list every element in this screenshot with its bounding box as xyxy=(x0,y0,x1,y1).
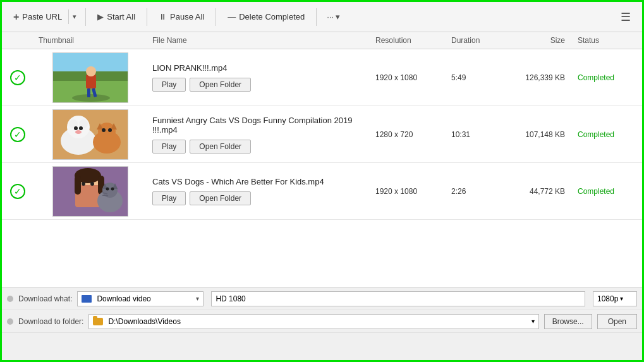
row-2-actions: Play Open Folder xyxy=(152,140,365,154)
row-3-check: ✓ xyxy=(2,181,33,202)
svg-point-35 xyxy=(111,187,114,190)
start-all-label: Start All xyxy=(107,12,135,21)
download-to-label: Download to folder: xyxy=(18,317,83,326)
row-3-resolution: 1920 x 1080 xyxy=(370,187,446,196)
svg-point-15 xyxy=(75,130,82,134)
divider-3 xyxy=(216,8,216,26)
svg-line-37 xyxy=(102,195,108,196)
header-duration: Duration xyxy=(446,36,509,45)
download-what-label: Download what: xyxy=(18,294,72,303)
row-3-actions: Play Open Folder xyxy=(152,191,365,205)
download-what-select[interactable]: Download video ▾ xyxy=(77,291,204,306)
row-3-filename: Cats VS Dogs - Which Are Better For Kids… xyxy=(152,177,365,186)
open-button[interactable]: Open xyxy=(597,314,637,329)
download-what-row: Download what: Download video ▾ HD 1080 … xyxy=(2,287,642,310)
check-circle-2: ✓ xyxy=(10,127,25,142)
row-1-open-folder-button[interactable]: Open Folder xyxy=(190,78,251,92)
pause-all-button[interactable]: ⏸ Pause All xyxy=(152,9,210,25)
row-2-info: Funniest Angry Cats VS Dogs Funny Compil… xyxy=(147,111,370,159)
row-2-resolution: 1280 x 720 xyxy=(370,130,446,139)
row-2-play-button[interactable]: Play xyxy=(152,140,186,154)
header-thumbnail: Thumbnail xyxy=(33,36,147,45)
row-3-play-button[interactable]: Play xyxy=(152,191,186,205)
path-select[interactable]: D:\Downloads\Videos ▾ xyxy=(88,314,538,329)
svg-point-20 xyxy=(102,128,106,132)
toolbar: + Paste URL ▾ ▶ Start All ⏸ Pause All — … xyxy=(2,2,642,32)
svg-rect-26 xyxy=(75,176,81,195)
download-what-value: Download video xyxy=(97,294,150,303)
quality-dropdown[interactable]: 1080p ▾ xyxy=(593,291,637,306)
svg-point-34 xyxy=(106,187,109,190)
path-arrow-icon: ▾ xyxy=(532,318,535,325)
plus-icon: + xyxy=(13,11,19,23)
paste-url-label: Paste URL xyxy=(22,12,62,21)
header-status: Status xyxy=(573,36,642,45)
content-area: ✓ LION PRANK!!!.mp4 xyxy=(2,49,642,287)
row-2-open-folder-button[interactable]: Open Folder xyxy=(190,140,251,154)
hamburger-icon: ☰ xyxy=(621,10,631,24)
pause-icon: ⏸ xyxy=(159,12,167,21)
svg-rect-6 xyxy=(87,88,90,97)
svg-point-21 xyxy=(108,128,112,132)
delete-icon: — xyxy=(228,12,236,21)
check-circle-1: ✓ xyxy=(10,70,25,85)
row-1-duration: 5:49 xyxy=(446,73,509,82)
download-what-dot xyxy=(7,296,13,302)
more-arrow-icon: ▾ xyxy=(336,12,340,21)
row-3-info: Cats VS Dogs - Which Are Better For Kids… xyxy=(147,172,370,210)
thumbnail-image-3 xyxy=(52,166,128,217)
row-2-check: ✓ xyxy=(2,124,33,145)
row-1-info: LION PRANK!!!.mp4 Play Open Folder xyxy=(147,58,370,97)
folder-icon xyxy=(93,318,103,325)
row-2-status: Completed xyxy=(573,130,642,139)
header-size: Size xyxy=(509,36,573,45)
quality-value: 1080p xyxy=(597,294,618,303)
paste-url-arrow-icon: ▾ xyxy=(73,13,76,20)
bottom-bar: Download what: Download video ▾ HD 1080 … xyxy=(2,287,642,333)
svg-rect-4 xyxy=(86,75,96,88)
row-1-thumbnail xyxy=(33,50,147,106)
row-1-resolution: 1920 x 1080 xyxy=(370,73,446,82)
check-circle-3: ✓ xyxy=(10,184,25,199)
more-button[interactable]: ··· ▾ xyxy=(322,9,345,25)
thumbnail-image-1 xyxy=(52,52,128,103)
row-1-actions: Play Open Folder xyxy=(152,78,365,92)
delete-completed-button[interactable]: — Delete Completed xyxy=(221,9,311,25)
svg-point-3 xyxy=(72,94,110,102)
paste-url-button[interactable]: + Paste URL xyxy=(7,8,68,26)
delete-completed-label: Delete Completed xyxy=(239,12,305,21)
row-3-status: Completed xyxy=(573,187,642,196)
row-3-thumbnail xyxy=(33,164,147,219)
hamburger-menu-button[interactable]: ☰ xyxy=(614,6,637,28)
download-what-arrow: ▾ xyxy=(196,295,199,302)
paste-url-dropdown-button[interactable]: ▾ xyxy=(68,9,80,24)
thumbnail-image-2 xyxy=(52,109,128,160)
row-2-size: 107,148 KB xyxy=(509,130,573,139)
header-resolution: Resolution xyxy=(370,36,446,45)
table-row: ✓ xyxy=(2,106,642,163)
row-1-filename: LION PRANK!!!.mp4 xyxy=(152,63,365,73)
svg-point-28 xyxy=(82,182,85,186)
more-label: ··· xyxy=(327,12,334,21)
row-2-duration: 10:31 xyxy=(446,130,509,139)
row-2-thumbnail xyxy=(33,107,147,162)
browse-button[interactable]: Browse... xyxy=(544,314,592,329)
svg-point-13 xyxy=(74,126,78,130)
row-3-open-folder-button[interactable]: Open Folder xyxy=(190,191,251,205)
quality-select[interactable]: HD 1080 xyxy=(211,291,585,306)
table-row: ✓ LION PRANK!!!.mp4 xyxy=(2,49,642,106)
download-path: D:\Downloads\Videos xyxy=(108,317,181,326)
table-header: Thumbnail File Name Resolution Duration … xyxy=(2,32,642,49)
svg-point-29 xyxy=(90,182,94,186)
paste-url-group: + Paste URL ▾ xyxy=(7,8,80,26)
row-3-duration: 2:26 xyxy=(446,187,509,196)
video-icon xyxy=(82,295,92,303)
row-1-status: Completed xyxy=(573,73,642,82)
download-to-row: Download to folder: D:\Downloads\Videos … xyxy=(2,310,642,333)
pause-all-label: Pause All xyxy=(170,12,204,21)
quality-label: HD 1080 xyxy=(216,294,245,303)
divider-2 xyxy=(147,8,147,26)
row-1-play-button[interactable]: Play xyxy=(152,78,186,92)
start-all-button[interactable]: ▶ Start All xyxy=(91,9,142,25)
svg-point-14 xyxy=(79,126,83,130)
